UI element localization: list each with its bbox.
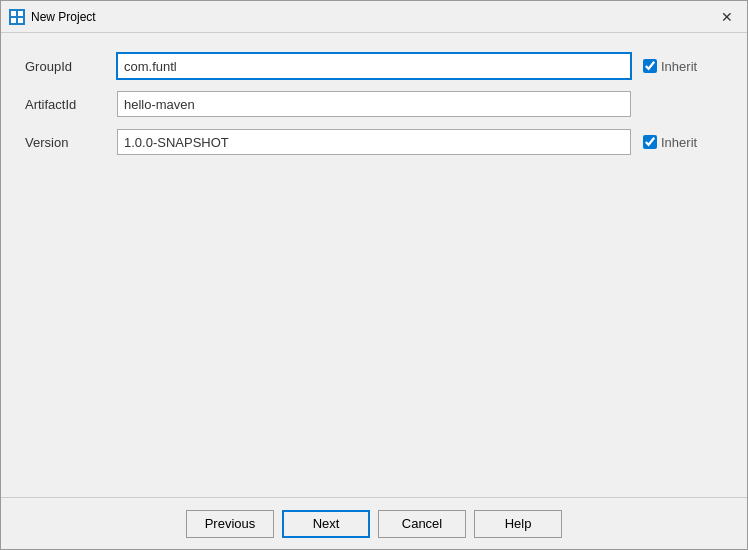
cancel-button[interactable]: Cancel: [378, 510, 466, 538]
version-input[interactable]: [117, 129, 631, 155]
groupid-inherit-label: Inherit: [661, 59, 697, 74]
window-title: New Project: [31, 10, 709, 24]
content-spacer: [25, 167, 723, 477]
version-inherit-checkbox[interactable]: [643, 135, 657, 149]
button-bar: Previous Next Cancel Help: [1, 497, 747, 549]
version-inherit: Inherit: [643, 135, 723, 150]
previous-button[interactable]: Previous: [186, 510, 274, 538]
help-button[interactable]: Help: [474, 510, 562, 538]
version-row: Version Inherit: [25, 129, 723, 155]
groupid-inherit-checkbox[interactable]: [643, 59, 657, 73]
groupid-input[interactable]: [117, 53, 631, 79]
version-label: Version: [25, 135, 105, 150]
groupid-row: GroupId Inherit: [25, 53, 723, 79]
artifactid-row: ArtifactId Inherit: [25, 91, 723, 117]
artifactid-input[interactable]: [117, 91, 631, 117]
version-inherit-label: Inherit: [661, 135, 697, 150]
svg-rect-3: [11, 18, 16, 23]
groupid-label: GroupId: [25, 59, 105, 74]
svg-rect-1: [11, 11, 16, 16]
next-button[interactable]: Next: [282, 510, 370, 538]
form-content: GroupId Inherit ArtifactId Inherit Versi…: [1, 33, 747, 497]
groupid-inherit: Inherit: [643, 59, 723, 74]
title-bar: New Project ✕: [1, 1, 747, 33]
window-icon: [9, 9, 25, 25]
artifactid-label: ArtifactId: [25, 97, 105, 112]
new-project-window: New Project ✕ GroupId Inherit ArtifactId…: [0, 0, 748, 550]
close-button[interactable]: ✕: [715, 5, 739, 29]
svg-rect-2: [18, 11, 23, 16]
svg-rect-4: [18, 18, 23, 23]
